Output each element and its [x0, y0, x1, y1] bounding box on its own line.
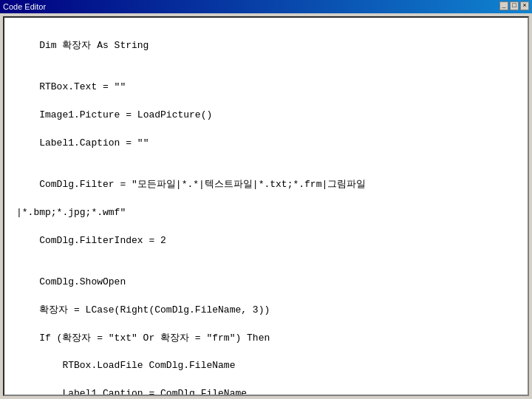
code-editor[interactable]: Dim 확장자 As String RTBox.Text = "" Image1…: [3, 16, 529, 396]
title-bar-text: Code Editor: [3, 2, 46, 11]
window-controls: _ □ ×: [499, 1, 529, 10]
title-bar: Code Editor _ □ ×: [0, 0, 532, 13]
code-line-3: RTBox.Text = "": [16, 81, 516, 95]
code-line-14: RTBox.LoadFile ComDlg.FileName: [16, 359, 516, 373]
code-line-15: Label1.Caption = ComDlg.FileName: [16, 387, 516, 396]
code-line-8: |*.bmp;*.jpg;*.wmf": [16, 206, 516, 220]
code-line-7: ComDlg.Filter = "모든파일|*.*|텍스트파일|*.txt;*.…: [16, 178, 516, 192]
close-button[interactable]: ×: [520, 1, 529, 10]
minimize-button[interactable]: _: [499, 1, 508, 10]
code-line-4: Image1.Picture = LoadPicture(): [16, 109, 516, 123]
maximize-button[interactable]: □: [510, 1, 519, 10]
code-line-9: ComDlg.FilterIndex = 2: [16, 234, 516, 248]
code-line-12: 확장자 = LCase(Right(ComDlg.FileName, 3)): [16, 304, 516, 318]
code-line-1: Dim 확장자 As String: [16, 39, 516, 53]
main-window: Code Editor _ □ × Dim 확장자 As String RTBo…: [0, 0, 532, 399]
code-line-11: ComDlg.ShowOpen: [16, 276, 516, 290]
code-line-13: If (확장자 = "txt" Or 확장자 = "frm") Then: [16, 332, 516, 346]
code-line-5: Label1.Caption = "": [16, 137, 516, 151]
